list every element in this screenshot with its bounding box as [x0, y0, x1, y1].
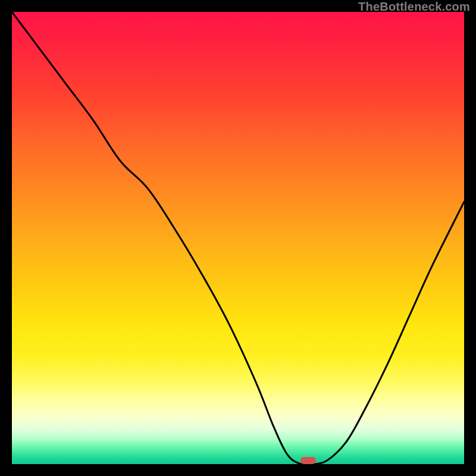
optimum-marker — [300, 457, 316, 464]
chart-frame: TheBottleneck.com — [0, 0, 476, 476]
bottleneck-line — [12, 12, 464, 464]
plot-area — [12, 12, 464, 464]
